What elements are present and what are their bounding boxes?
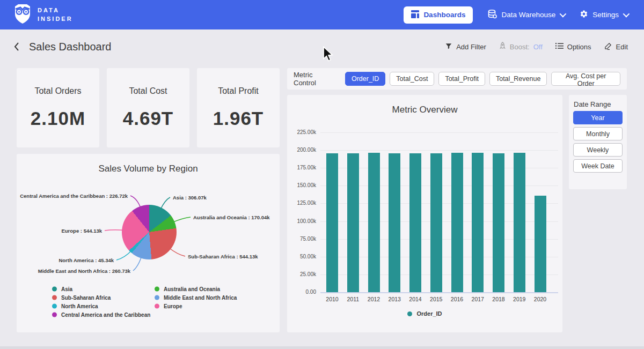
pie-label-north-america: North America : 45.34k <box>58 257 114 263</box>
y-tick-25-00k: 25.00k <box>287 271 316 277</box>
legend-text: North America <box>61 303 98 309</box>
bar-chart-legend: Order_ID <box>287 310 562 317</box>
y-tick-50-00k: 50.00k <box>287 254 316 259</box>
header-actions: Add Filter Boost: Off Options <box>445 42 628 51</box>
dashboard-header: Sales Dashboard Add Filter Boost: Off <box>0 29 644 64</box>
legend-label: Order_ID <box>416 310 442 317</box>
nav-settings-button[interactable]: Settings <box>580 10 628 20</box>
brand: DATA INSIDER <box>13 3 73 27</box>
legend-dot <box>52 304 57 309</box>
date-range-week-date[interactable]: Week Date <box>573 159 623 173</box>
bar-2018 <box>493 153 504 292</box>
y-tick-200-00k: 200.00k <box>287 147 316 153</box>
boost-state: Off <box>533 43 543 51</box>
nav-dashboards-label: Dashboards <box>423 11 465 19</box>
options-list-icon <box>555 42 564 51</box>
chevron-down-icon <box>560 11 567 18</box>
settings-gear-icon <box>580 10 588 20</box>
kpi-card-total-cost: Total Cost 4.69T <box>107 68 189 147</box>
top-navbar: DATA INSIDER Dashboards <box>0 0 644 29</box>
metric-option-total-revenue[interactable]: Total_Revenue <box>489 72 547 86</box>
legend-item-europe: Europe <box>155 303 182 309</box>
x-tick-2010: 2010 <box>321 296 343 302</box>
nav-data-warehouse-button[interactable]: Data Warehouse <box>488 10 565 20</box>
y-tick-75-00k: 75.00k <box>287 236 316 242</box>
legend-dot <box>52 313 57 317</box>
pie-label-middle-east-and-north-africa: Middle East and North Africa : 260.73k <box>38 268 130 274</box>
x-tick-2011: 2011 <box>342 296 364 302</box>
metric-overview-panel: Metric Overview 0.0025.00k50.00k75.00k10… <box>287 95 562 332</box>
bar-2011 <box>347 153 359 292</box>
date-range-year[interactable]: Year <box>573 111 623 124</box>
metric-option-avg-cost-per-order[interactable]: Avg. Cost per Order <box>551 72 620 86</box>
sales-volume-by-region-panel: Sales Volume by Region Asia : 306.07kAus… <box>17 154 280 332</box>
legend-text: Sub-Saharan Africa <box>61 295 111 301</box>
bar-2012 <box>368 153 380 292</box>
back-button[interactable] <box>13 41 20 52</box>
filter-funnel-icon <box>445 42 452 51</box>
add-filter-label: Add Filter <box>456 43 486 51</box>
leader-line-australia-and-oceania <box>172 217 191 222</box>
boost-label: Boost: <box>510 43 530 51</box>
legend-item-australia-and-oceania: Australia and Oceania <box>155 286 220 292</box>
date-range-monthly[interactable]: Monthly <box>573 127 623 140</box>
gridline <box>320 150 558 151</box>
back-chevron-icon <box>13 41 20 52</box>
metric-option-total-profit[interactable]: Total_Profit <box>438 72 485 86</box>
pie-chart <box>122 205 177 259</box>
edit-pencil-icon <box>604 42 612 51</box>
legend-dot <box>155 295 159 300</box>
x-tick-2013: 2013 <box>384 296 405 302</box>
kpi-label: Total Profit <box>197 86 280 96</box>
nav-menu: Dashboards Data Warehouse <box>404 6 628 24</box>
kpi-value: 4.69T <box>107 108 189 129</box>
legend-text: Asia <box>61 286 72 292</box>
pie-label-sub-saharan-africa: Sub-Saharan Africa : 544.13k <box>188 254 258 259</box>
metric-options: Order_IDTotal_CostTotal_ProfitTotal_Reve… <box>345 72 620 86</box>
kpi-label: Total Cost <box>107 86 189 96</box>
data-warehouse-icon <box>488 10 497 20</box>
chevron-down-icon <box>623 11 630 18</box>
y-tick-150-00k: 150.00k <box>287 182 316 188</box>
kpi-card-total-orders: Total Orders 2.10M <box>17 68 99 147</box>
leader-line-sub-saharan-africa <box>169 248 185 256</box>
leader-line-middle-east-and-north-africa <box>133 256 142 271</box>
add-filter-button[interactable]: Add Filter <box>445 42 486 51</box>
nav-dashboards-button[interactable]: Dashboards <box>404 6 473 24</box>
bar-2015 <box>430 153 442 292</box>
y-tick-125-00k: 125.00k <box>287 200 316 206</box>
metric-option-order-id[interactable]: Order_ID <box>345 72 385 86</box>
pie-label-australia-and-oceania: Australia and Oceania : 170.04k <box>193 214 270 220</box>
y-tick-0-00: 0.00 <box>287 289 316 295</box>
bar-2010 <box>326 153 338 292</box>
metric-option-total-cost[interactable]: Total_Cost <box>390 72 434 86</box>
owl-logo-icon <box>13 3 32 27</box>
leader-line-europe <box>105 230 124 231</box>
bar-2019 <box>514 153 525 292</box>
legend-item-sub-saharan-africa: Sub-Saharan Africa <box>52 295 111 301</box>
pie-label-asia: Asia : 306.07k <box>173 195 207 201</box>
kpi-value: 2.10M <box>17 108 99 129</box>
kpi-label: Total Orders <box>17 86 99 96</box>
boost-toggle[interactable]: Boost: Off <box>499 42 543 51</box>
boost-rocket-icon <box>499 42 506 51</box>
bottom-edge <box>0 346 644 349</box>
x-tick-2014: 2014 <box>405 296 426 302</box>
edit-button[interactable]: Edit <box>604 42 628 51</box>
legend-text: Central America and the Caribbean <box>61 312 150 318</box>
legend-dot <box>407 311 412 316</box>
x-tick-2016: 2016 <box>447 296 468 302</box>
x-axis-line <box>320 292 558 293</box>
page-title: Sales Dashboard <box>29 41 111 53</box>
bar-chart-title: Metric Overview <box>287 105 562 115</box>
options-button[interactable]: Options <box>555 42 591 51</box>
pie-label-europe: Europe : 544.13k <box>61 228 102 234</box>
y-tick-225-00k: 225.00k <box>287 129 316 135</box>
gridline <box>320 132 558 133</box>
date-range-weekly[interactable]: Weekly <box>573 143 623 157</box>
metric-control-label: Metric Control <box>294 71 336 87</box>
brand-name: DATA INSIDER <box>38 6 73 24</box>
legend-item-central-america-and-the-caribbean: Central America and the Caribbean <box>52 312 150 318</box>
bar-2016 <box>451 153 463 292</box>
legend-item-middle-east-and-north-africa: Middle East and North Africa <box>155 295 237 301</box>
